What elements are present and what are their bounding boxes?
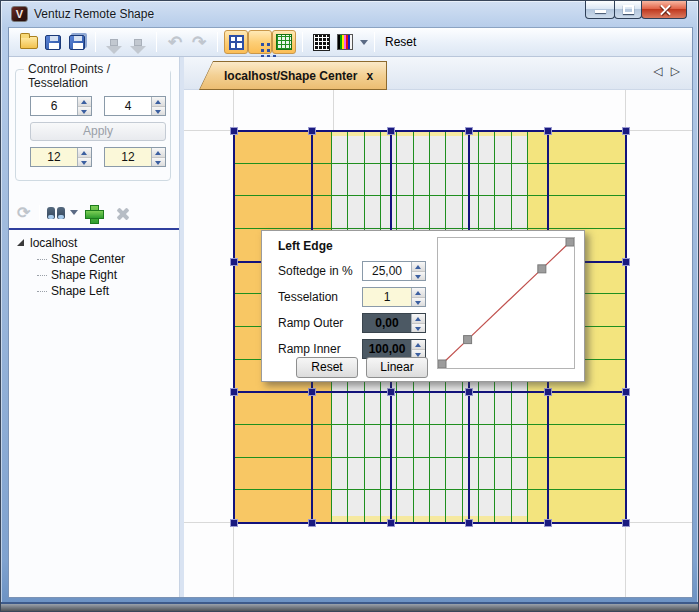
tesselation-spinner[interactable]: 1 xyxy=(362,287,426,307)
open-button[interactable] xyxy=(17,30,41,54)
add-icon[interactable] xyxy=(85,205,102,222)
tessellation-x-value[interactable]: 12 xyxy=(31,148,77,166)
save-icon xyxy=(45,35,61,50)
control-point[interactable] xyxy=(387,388,395,396)
ramp-outer-spinner[interactable]: 0,00 xyxy=(362,313,426,333)
refresh-icon[interactable]: ⟳ xyxy=(17,205,30,221)
control-point[interactable] xyxy=(544,127,552,135)
window-title: Ventuz Remote Shape xyxy=(34,1,154,27)
close-button[interactable] xyxy=(641,1,687,19)
undo-button[interactable]: ↶ xyxy=(163,30,187,54)
curve-handle[interactable] xyxy=(566,238,574,246)
spinner-buttons[interactable] xyxy=(77,97,91,115)
tessellation-x-spinner[interactable]: 12 xyxy=(30,147,92,167)
tab-scroll-left-icon[interactable]: ◁ xyxy=(654,64,663,78)
reset-toolbar-label[interactable]: Reset xyxy=(385,35,416,49)
control-point[interactable] xyxy=(544,519,552,527)
control-point[interactable] xyxy=(465,127,473,135)
dialog-linear-button[interactable]: Linear xyxy=(366,357,428,378)
control-point[interactable] xyxy=(308,127,316,135)
control-points-x-spinner[interactable]: 6 xyxy=(30,96,92,116)
show-tessellation-toggle[interactable] xyxy=(272,30,296,54)
softedge-value[interactable]: 25,00 xyxy=(363,262,411,280)
control-point[interactable] xyxy=(387,127,395,135)
control-grid-line-h xyxy=(233,391,627,393)
control-point[interactable] xyxy=(544,388,552,396)
spinner-buttons[interactable] xyxy=(151,97,165,115)
spinner-buttons[interactable] xyxy=(411,340,425,358)
control-points-y-value[interactable]: 4 xyxy=(105,97,151,115)
find-dropdown[interactable] xyxy=(70,210,78,219)
tree-item-shape-center[interactable]: Shape Center xyxy=(15,251,175,267)
ramp-inner-spinner[interactable]: 100,00 xyxy=(362,339,426,359)
control-point[interactable] xyxy=(622,127,630,135)
control-points-y-spinner[interactable]: 4 xyxy=(104,96,166,116)
control-point[interactable] xyxy=(622,519,630,527)
minimize-icon xyxy=(595,10,606,13)
control-point[interactable] xyxy=(230,519,238,527)
spinner-buttons[interactable] xyxy=(411,288,425,306)
tesselation-value[interactable]: 1 xyxy=(363,288,411,306)
tree-item-shape-left[interactable]: Shape Left xyxy=(15,283,175,299)
shape-canvas[interactable]: Left Edge Softedge in % 25,00 Tesselatio… xyxy=(184,90,692,597)
curve-handle[interactable] xyxy=(538,265,546,273)
spinner-buttons[interactable] xyxy=(411,314,425,332)
send-all-button[interactable] xyxy=(126,30,150,54)
titlebar[interactable]: V Ventuz Remote Shape xyxy=(1,1,698,27)
tree-expand-icon[interactable] xyxy=(17,239,24,246)
ramp-inner-value[interactable]: 100,00 xyxy=(363,340,411,358)
find-icon[interactable] xyxy=(46,206,66,220)
tessellation-y-value[interactable]: 12 xyxy=(105,148,151,166)
curve-handle[interactable] xyxy=(438,360,446,368)
spinner-buttons[interactable] xyxy=(151,148,165,166)
control-point[interactable] xyxy=(465,388,473,396)
curve-handle[interactable] xyxy=(464,336,472,344)
tab-shape-center[interactable]: localhost/Shape Center x xyxy=(199,61,387,90)
control-grid-icon xyxy=(229,35,244,50)
softedge-label: Softedge in % xyxy=(278,261,353,281)
control-point[interactable] xyxy=(622,388,630,396)
apply-button[interactable]: Apply xyxy=(30,122,166,141)
control-point[interactable] xyxy=(387,519,395,527)
tree-item-label[interactable]: Shape Right xyxy=(51,268,117,282)
tree-item-label[interactable]: Shape Left xyxy=(51,284,109,298)
tab-label[interactable]: localhost/Shape Center xyxy=(224,69,357,83)
softedge-curve-editor[interactable] xyxy=(437,237,575,369)
control-point[interactable] xyxy=(465,519,473,527)
tab-close-icon[interactable]: x xyxy=(366,69,373,83)
control-points-icon xyxy=(261,43,264,46)
tree-item-label[interactable]: Shape Center xyxy=(51,252,125,266)
control-point[interactable] xyxy=(230,258,238,266)
save-all-button[interactable] xyxy=(65,30,89,54)
tree-node-localhost[interactable]: localhost xyxy=(15,235,175,251)
control-point[interactable] xyxy=(230,127,238,135)
minimize-button[interactable] xyxy=(585,1,615,19)
control-points-x-value[interactable]: 6 xyxy=(31,97,77,115)
control-point[interactable] xyxy=(230,388,238,396)
tessellation-y-spinner[interactable]: 12 xyxy=(104,147,166,167)
delete-icon[interactable] xyxy=(115,206,130,221)
control-point[interactable] xyxy=(308,388,316,396)
control-point[interactable] xyxy=(308,519,316,527)
control-point[interactable] xyxy=(622,258,630,266)
tab-scroll-right-icon[interactable]: ▷ xyxy=(671,64,680,78)
softedge-spinner[interactable]: 25,00 xyxy=(362,261,426,281)
test-pattern-dropdown[interactable] xyxy=(360,40,368,49)
spinner-buttons[interactable] xyxy=(411,262,425,280)
checker-pattern-button[interactable] xyxy=(309,30,333,54)
show-control-points-toggle[interactable] xyxy=(248,30,272,54)
control-grid-line-h xyxy=(233,130,627,132)
dialog-reset-button[interactable]: Reset xyxy=(296,357,358,378)
redo-button[interactable]: ↷ xyxy=(187,30,211,54)
send-button[interactable] xyxy=(102,30,126,54)
tree-item-shape-right[interactable]: Shape Right xyxy=(15,267,175,283)
control-grid-line-v xyxy=(625,130,627,524)
spinner-buttons[interactable] xyxy=(77,148,91,166)
save-button[interactable] xyxy=(41,30,65,54)
test-pattern-button[interactable] xyxy=(333,30,357,54)
tree-toolbar: ⟳ xyxy=(13,201,176,225)
tree-root-label[interactable]: localhost xyxy=(30,236,77,250)
ramp-outer-value[interactable]: 0,00 xyxy=(363,314,411,332)
maximize-button[interactable] xyxy=(614,1,642,19)
show-control-grid-toggle[interactable] xyxy=(224,30,248,54)
